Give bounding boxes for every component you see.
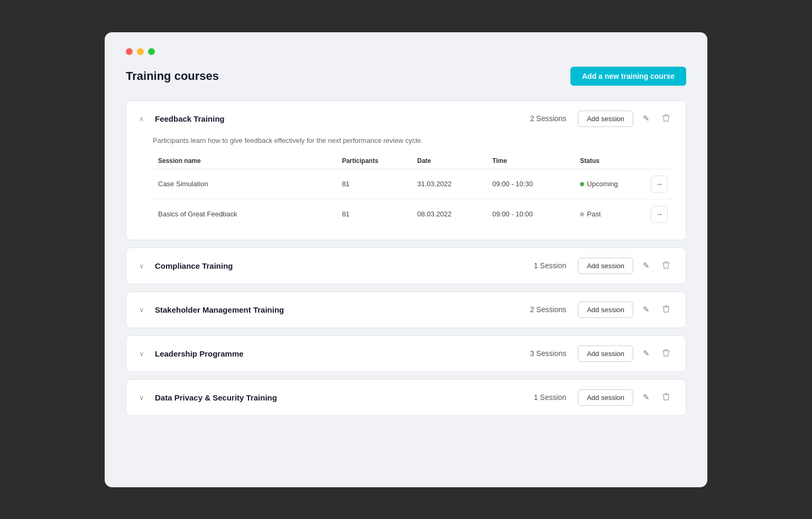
session-date-0-0: 31.03.2022 <box>412 169 487 199</box>
sessions-table-feedback-training: Session nameParticipantsDateTimeStatusCa… <box>153 153 673 229</box>
session-status-0-0: Upcoming <box>575 169 645 199</box>
course-card-stakeholder-training: ∨Stakeholder Management Training2 Sessio… <box>126 292 686 328</box>
course-name-compliance-training: Compliance Training <box>155 261 528 270</box>
delete-course-button-data-privacy-training[interactable] <box>659 390 673 405</box>
session-status-0-1: Past <box>575 199 645 229</box>
courses-list: ∧Feedback Training2 SessionsAdd session✎… <box>126 101 686 416</box>
add-session-button-leadership-programme[interactable]: Add session <box>578 345 633 362</box>
col-header-status: Status <box>575 153 645 169</box>
course-body-feedback-training: Participants learn how to give feedback … <box>126 136 686 240</box>
col-header-session_name: Session name <box>153 153 337 169</box>
add-session-button-data-privacy-training[interactable]: Add session <box>578 389 633 406</box>
course-card-feedback-training: ∧Feedback Training2 SessionsAdd session✎… <box>126 101 686 240</box>
session-time-0-1: 09:00 - 10:00 <box>487 199 575 229</box>
col-header-date: Date <box>412 153 487 169</box>
session-detail-button-0-0[interactable]: → <box>651 176 668 193</box>
course-header-feedback-training: ∧Feedback Training2 SessionsAdd session✎ <box>126 101 686 136</box>
session-participants-0-0: 81 <box>337 169 412 199</box>
delete-course-button-compliance-training[interactable] <box>659 259 673 273</box>
course-card-leadership-programme: ∨Leadership Programme3 SessionsAdd sessi… <box>126 335 686 372</box>
course-header-leadership-programme: ∨Leadership Programme3 SessionsAdd sessi… <box>126 336 686 371</box>
session-count-leadership-programme: 3 Sessions <box>530 349 566 358</box>
course-name-leadership-programme: Leadership Programme <box>155 349 524 358</box>
page-title: Training courses <box>126 69 219 83</box>
edit-course-button-feedback-training[interactable]: ✎ <box>640 112 653 125</box>
course-header-data-privacy-training: ∨Data Privacy & Security Training1 Sessi… <box>126 380 686 415</box>
course-name-data-privacy-training: Data Privacy & Security Training <box>155 393 528 402</box>
course-name-feedback-training: Feedback Training <box>155 114 524 123</box>
course-card-data-privacy-training: ∨Data Privacy & Security Training1 Sessi… <box>126 379 686 416</box>
session-time-0-0: 09:00 - 10:30 <box>487 169 575 199</box>
add-session-button-compliance-training[interactable]: Add session <box>578 258 633 274</box>
chevron-up-icon[interactable]: ∧ <box>139 115 149 123</box>
course-header-compliance-training: ∨Compliance Training1 SessionAdd session… <box>126 248 686 284</box>
edit-course-button-data-privacy-training[interactable]: ✎ <box>640 390 653 404</box>
table-row: Case Simulation8131.03.202209:00 - 10:30… <box>153 169 673 199</box>
col-header-participants: Participants <box>337 153 412 169</box>
delete-course-button-feedback-training[interactable] <box>659 112 673 126</box>
session-count-stakeholder-training: 2 Sessions <box>530 305 566 314</box>
status-badge: Upcoming <box>587 180 618 188</box>
course-name-stakeholder-training: Stakeholder Management Training <box>155 305 524 314</box>
add-new-course-button[interactable]: Add a new training course <box>570 67 686 86</box>
edit-course-button-stakeholder-training[interactable]: ✎ <box>640 303 653 316</box>
session-count-data-privacy-training: 1 Session <box>534 393 566 402</box>
edit-course-button-compliance-training[interactable]: ✎ <box>640 259 653 272</box>
delete-course-button-stakeholder-training[interactable] <box>659 303 673 317</box>
status-dot-past <box>580 212 584 216</box>
chevron-down-icon[interactable]: ∨ <box>139 394 149 402</box>
chevron-down-icon[interactable]: ∨ <box>139 350 149 358</box>
close-traffic-light[interactable] <box>126 48 133 55</box>
course-card-compliance-training: ∨Compliance Training1 SessionAdd session… <box>126 248 686 284</box>
page-header: Training courses Add a new training cour… <box>126 67 686 86</box>
course-description-feedback-training: Participants learn how to give feedback … <box>153 136 673 144</box>
chevron-down-icon[interactable]: ∨ <box>139 306 149 314</box>
app-window: Training courses Add a new training cour… <box>105 32 707 487</box>
session-date-0-1: 08.03.2022 <box>412 199 487 229</box>
add-session-button-feedback-training[interactable]: Add session <box>578 111 633 127</box>
course-header-stakeholder-training: ∨Stakeholder Management Training2 Sessio… <box>126 292 686 327</box>
minimize-traffic-light[interactable] <box>137 48 144 55</box>
add-session-button-stakeholder-training[interactable]: Add session <box>578 302 633 318</box>
col-header-action <box>645 153 673 169</box>
session-action-cell: → <box>645 199 673 229</box>
session-name-0-1: Basics of Great Feedback <box>153 199 337 229</box>
col-header-time: Time <box>487 153 575 169</box>
session-detail-button-0-1[interactable]: → <box>651 206 668 223</box>
status-dot-upcoming <box>580 182 584 186</box>
session-name-0-0: Case Simulation <box>153 169 337 199</box>
chevron-down-icon[interactable]: ∨ <box>139 262 149 270</box>
delete-course-button-leadership-programme[interactable] <box>659 347 673 361</box>
fullscreen-traffic-light[interactable] <box>148 48 155 55</box>
session-count-feedback-training: 2 Sessions <box>530 114 566 123</box>
edit-course-button-leadership-programme[interactable]: ✎ <box>640 347 653 360</box>
table-row: Basics of Great Feedback8108.03.202209:0… <box>153 199 673 229</box>
traffic-lights <box>126 48 686 55</box>
status-badge: Past <box>587 210 601 218</box>
session-action-cell: → <box>645 169 673 199</box>
session-participants-0-1: 81 <box>337 199 412 229</box>
session-count-compliance-training: 1 Session <box>534 261 566 270</box>
